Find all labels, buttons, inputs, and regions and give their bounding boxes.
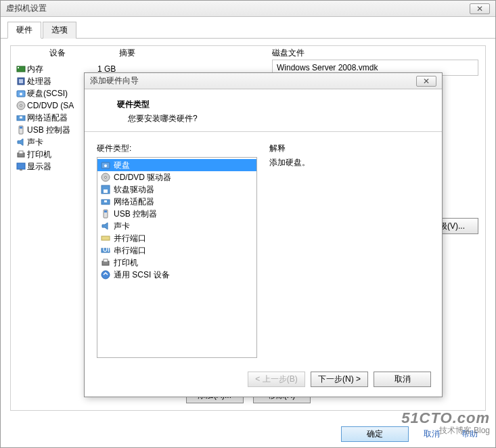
explain-label: 解释 — [269, 143, 430, 154]
wizard-header: 硬件类型 您要安装哪类硬件? — [85, 89, 442, 132]
list-item-label: USB 控制器 — [114, 208, 157, 220]
tab-options[interactable]: 选项 — [43, 22, 76, 39]
cd-icon — [16, 100, 26, 111]
usb-icon — [16, 125, 26, 135]
sound-icon — [100, 221, 111, 231]
close-icon: ✕ — [423, 76, 430, 86]
list-item-label: 并行端口 — [114, 233, 146, 244]
header-summary: 摘要 — [99, 47, 166, 59]
list-item[interactable]: 硬盘 — [97, 159, 256, 171]
wizard-heading: 硬件类型 — [117, 99, 442, 110]
printer-icon — [16, 149, 26, 160]
cpu-icon — [16, 76, 26, 87]
parallel-icon — [100, 233, 111, 244]
disk-file-value: Windows Server 2008.vmdk — [277, 63, 378, 72]
wizard-buttons: < 上一步(B) 下一步(N) > 取消 — [248, 372, 431, 387]
list-item-label: 硬盘 — [114, 160, 130, 171]
display-icon — [16, 161, 26, 172]
wizard-title: 添加硬件向导 — [90, 75, 139, 87]
list-item-label: 软盘驱动器 — [114, 184, 154, 196]
harddisk-icon — [16, 88, 26, 99]
tab-hardware[interactable]: 硬件 — [7, 22, 41, 39]
close-icon: ✕ — [476, 4, 483, 14]
list-item[interactable]: 打印机 — [97, 256, 256, 269]
hardware-type-listbox[interactable]: 硬盘 CD/DVD 驱动器 软盘驱动器 网络适配器 USB 控制器 声卡 并行端… — [97, 157, 257, 358]
main-titlebar: 虚拟机设置 ✕ — [1, 1, 495, 17]
floppy-icon — [100, 184, 111, 195]
wizard-body: 硬件类型: 硬盘 CD/DVD 驱动器 软盘驱动器 网络适配器 USB 控制器 … — [85, 132, 442, 358]
list-item-label: 网络适配器 — [114, 196, 154, 208]
column-headers: 设备 摘要 — [11, 46, 485, 60]
list-item-label: 打印机 — [114, 257, 138, 269]
printer-icon — [100, 257, 111, 268]
list-item[interactable]: USB 控制器 — [97, 208, 256, 220]
header-device: 设备 — [16, 47, 99, 59]
list-item-label: CD/DVD 驱动器 — [114, 172, 171, 183]
wizard-titlebar: 添加硬件向导 ✕ — [85, 73, 442, 89]
dialog-footer: 确定 取消 帮助 — [341, 426, 484, 442]
wizard-right-col: 解释 添加硬盘。 — [269, 143, 430, 358]
scsi-icon — [100, 269, 111, 280]
hardware-type-label: 硬件类型: — [97, 143, 257, 154]
network-icon — [100, 196, 111, 207]
wizard-left-col: 硬件类型: 硬盘 CD/DVD 驱动器 软盘驱动器 网络适配器 USB 控制器 … — [97, 143, 257, 358]
help-link[interactable]: 帮助 — [455, 426, 484, 442]
ok-button[interactable]: 确定 — [341, 426, 409, 442]
list-item-label: 串行端口 — [114, 245, 146, 256]
list-item[interactable]: 网络适配器 — [97, 196, 256, 208]
list-item[interactable]: 声卡 — [97, 220, 256, 232]
harddisk-icon — [100, 160, 111, 171]
main-title: 虚拟机设置 — [6, 3, 47, 14]
cd-icon — [100, 172, 111, 183]
wizard-close-button[interactable]: ✕ — [416, 76, 436, 87]
sound-icon — [16, 137, 26, 148]
main-close-button[interactable]: ✕ — [470, 3, 490, 14]
next-button[interactable]: 下一步(N) > — [311, 372, 368, 387]
memory-icon — [16, 64, 26, 74]
list-item[interactable]: 串行端口 — [97, 244, 256, 256]
explain-text: 添加硬盘。 — [269, 157, 430, 169]
list-item[interactable]: 并行端口 — [97, 232, 256, 244]
back-button: < 上一步(B) — [248, 372, 305, 387]
serial-icon — [100, 245, 111, 256]
add-hardware-wizard: 添加硬件向导 ✕ 硬件类型 您要安装哪类硬件? 硬件类型: 硬盘 CD/DVD … — [84, 72, 443, 397]
list-item[interactable]: 通用 SCSI 设备 — [97, 269, 256, 281]
wizard-cancel-button[interactable]: 取消 — [374, 372, 431, 387]
list-item-label: 声卡 — [114, 221, 130, 232]
list-item-label: 通用 SCSI 设备 — [114, 269, 170, 281]
list-item[interactable]: CD/DVD 驱动器 — [97, 171, 256, 183]
list-item[interactable]: 软盘驱动器 — [97, 183, 256, 196]
usb-icon — [100, 208, 111, 219]
wizard-subheading: 您要安装哪类硬件? — [117, 113, 442, 125]
cancel-link[interactable]: 取消 — [417, 426, 447, 442]
network-icon — [16, 112, 26, 123]
disk-file-label: 磁盘文件 — [272, 47, 305, 59]
tab-bar: 硬件 选项 — [1, 17, 495, 39]
